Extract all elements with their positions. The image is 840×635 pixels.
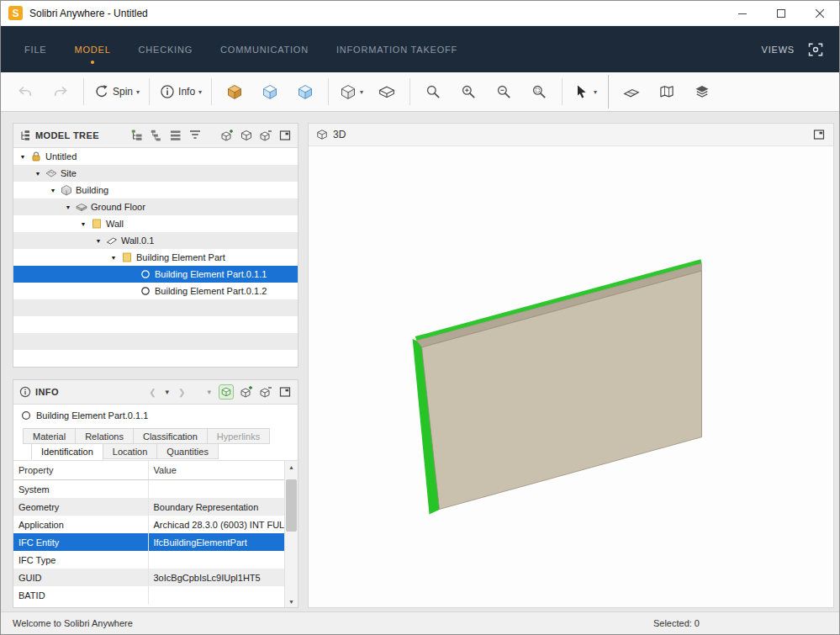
follow-selection-toggle[interactable] [219,384,234,400]
add-model-button[interactable] [220,129,234,142]
spin-tool-button[interactable]: Spin ▾ [89,77,144,106]
tab-quantities[interactable]: Quantities [156,443,219,459]
close-icon [816,9,824,18]
viewport-3d-canvas[interactable] [309,146,833,607]
close-button[interactable] [800,1,839,25]
info-add-button[interactable] [240,385,253,399]
expand-arrow-icon[interactable]: ▼ [47,188,59,193]
info-remove-button[interactable] [259,385,272,399]
tab-material[interactable]: Material [23,428,76,444]
tab-relations[interactable]: Relations [75,428,134,444]
menu-communication[interactable]: COMMUNICATION [220,45,309,55]
undo-button[interactable] [8,77,43,106]
property-row-application[interactable]: ApplicationArchicad 28.3.0 (6003) INT FU… [13,516,284,533]
info-float-panel-button[interactable] [278,385,292,399]
sectioning-button[interactable] [614,77,649,106]
hierarchy-view-button[interactable] [130,129,144,142]
menu-checking[interactable]: CHECKING [139,45,193,55]
model-lock-icon [29,151,43,162]
magnifier-icon [425,83,441,100]
expand-arrow-icon[interactable]: ▼ [32,171,44,177]
window-controls [723,1,839,25]
update-model-button[interactable] [240,129,253,142]
expand-arrow-icon[interactable]: ▼ [108,255,119,261]
zoom-tool-button[interactable] [415,77,451,106]
info-panel-icon [19,386,31,398]
minimize-icon [738,9,747,18]
tab-classification[interactable]: Classification [133,428,208,444]
menu-file[interactable]: FILE [24,45,46,55]
viewport-float-panel-button[interactable] [812,128,826,141]
zoom-out-icon [495,83,512,100]
tree-item-building-element-part-0-1-2[interactable]: Building Element Part.0.1.2 [13,283,298,299]
tree-item-building-element-part-0-1-1[interactable]: Building Element Part.0.1.1 [13,266,298,283]
tree-item-wall-group[interactable]: ▼ Wall [13,215,298,232]
tab-identification[interactable]: Identification [31,443,103,460]
zoom-out-button[interactable] [486,77,521,106]
highlight-selection-button[interactable] [288,77,323,106]
menu-information-takeoff[interactable]: INFORMATION TAKEOFF [336,45,457,55]
spin-label: Spin [113,86,133,98]
pick-tool-button[interactable]: ▾ [568,77,603,106]
property-row-ifc-entity[interactable]: IFC EntityIfcBuildingElementPart [13,533,284,551]
scroll-up-button[interactable]: ▲ [285,461,298,473]
tab-location[interactable]: Location [103,443,158,459]
capture-view-button[interactable] [807,41,824,58]
property-row-ifc-type[interactable]: IFC Type [13,551,284,569]
expand-arrow-icon[interactable]: ▼ [62,204,74,210]
views-menu[interactable]: VIEWS [762,45,795,55]
info-table-scrollbar[interactable]: ▲ ▼ [284,461,298,607]
expand-arrow-icon[interactable]: ▼ [92,238,104,244]
show-selection-basket-button[interactable] [252,77,288,106]
solibri-logo: S [8,6,23,20]
tree-item-building[interactable]: ▼ Building [13,182,298,198]
info-label: Info [178,86,195,98]
info-back-button[interactable]: ❮ [147,388,157,397]
info-forward-button[interactable]: ❯ [177,388,187,397]
tree-layout-button[interactable] [150,129,163,142]
cube-blue-icon [262,83,278,100]
map-view-button[interactable] [649,77,684,106]
property-table: Property Value System GeometryBoundary R… [13,461,284,604]
property-row-geometry[interactable]: GeometryBoundary Representation [13,498,284,516]
section-box-button[interactable] [369,77,404,106]
tree-item-building-element-part-group[interactable]: ▼ Building Element Part [13,249,298,266]
scrollbar-thumb[interactable] [286,479,297,532]
expand-arrow-icon[interactable]: ▼ [77,221,89,227]
float-panel-button[interactable] [278,129,292,142]
minimize-button[interactable] [723,1,762,25]
zoom-in-button[interactable] [451,77,486,106]
tree-item-site[interactable]: ▼ Site [13,165,298,182]
viewport-3d-panel: 3D [308,123,834,608]
building-icon [59,184,73,196]
info-tool-button[interactable]: Info ▾ [155,77,206,106]
layers-button[interactable] [684,77,720,106]
filter-tree-button[interactable] [188,129,202,142]
cube-minus-icon [259,129,272,142]
flat-list-button[interactable] [169,129,182,142]
tree-item-untitled[interactable]: ▼ Untitled [13,148,298,165]
property-row-batid[interactable]: BATID [13,586,284,604]
spin-icon [93,83,110,100]
expand-arrow-icon[interactable]: ▼ [17,154,29,160]
main-menubar: FILE MODEL CHECKING COMMUNICATION INFORM… [1,26,839,72]
app-window: S Solibri Anywhere - Untitled FILE MODEL… [0,0,840,635]
show-model-button[interactable] [217,77,252,106]
view-preset-button[interactable]: ▾ [334,77,369,106]
window-title: Solibri Anywhere - Untitled [29,8,148,19]
scroll-down-button[interactable]: ▼ [285,595,298,607]
property-row-guid[interactable]: GUID3oIcBgCpbIsLc9IUpl1HT5 [13,569,284,586]
remove-model-button[interactable] [259,129,272,142]
maximize-button[interactable] [762,1,800,25]
info-options-dropdown[interactable]: ▾ [205,388,213,396]
menu-model[interactable]: MODEL [74,45,110,55]
scrollbar-track[interactable] [285,473,298,595]
info-history-dropdown[interactable]: ▾ [164,388,172,396]
tree-item-ground-floor[interactable]: ▼ Ground Floor [13,198,298,215]
redo-button[interactable] [43,77,78,106]
property-row-system[interactable]: System [13,480,284,499]
tree-item-wall-0-1[interactable]: ▼ Wall.0.1 [13,232,298,249]
zoom-window-button[interactable] [521,77,557,106]
stair-tree-icon [150,129,163,142]
tab-hyperlinks[interactable]: Hyperlinks [207,428,270,444]
